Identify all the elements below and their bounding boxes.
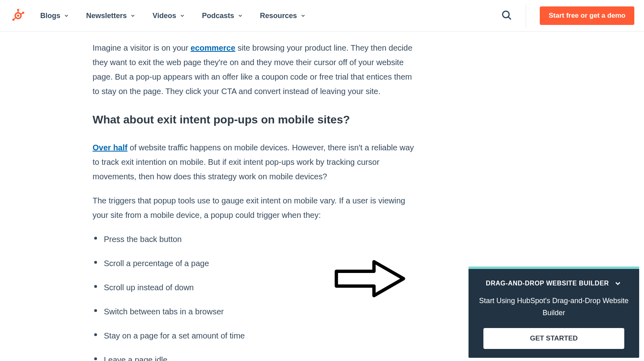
svg-point-7 — [12, 18, 14, 21]
nav-videos[interactable]: Videos — [153, 12, 185, 20]
nav-podcasts[interactable]: Podcasts — [202, 12, 243, 20]
nav-resources[interactable]: Resources — [260, 12, 306, 20]
sticky-promo-card: DRAG-AND-DROP WEBSITE BUILDER Start Usin… — [469, 267, 639, 358]
link-over-half[interactable]: Over half — [93, 143, 128, 152]
nav-label: Resources — [260, 12, 297, 20]
hubspot-logo[interactable] — [10, 7, 27, 24]
link-ecommerce[interactable]: ecommerce — [190, 43, 235, 52]
text: Imagine a visitor is on your — [93, 43, 190, 52]
triggers-list: Press the back button Scroll a percentag… — [93, 232, 419, 361]
get-started-button[interactable]: GET STARTED — [483, 328, 624, 349]
nav-label: Podcasts — [202, 12, 234, 20]
paragraph-3: The triggers that popup tools use to gau… — [93, 193, 419, 222]
list-item: Leave a page idle — [104, 353, 419, 361]
svg-point-3 — [17, 9, 19, 11]
chevron-down-icon — [237, 13, 243, 18]
cta-button[interactable]: Start free or get a demo — [540, 6, 634, 25]
chevron-down-icon — [64, 13, 69, 18]
list-item: Press the back button — [104, 232, 419, 246]
nav-label: Blogs — [40, 12, 60, 20]
list-item: Stay on a page for a set amount of time — [104, 328, 419, 343]
chevron-down-icon — [130, 13, 136, 18]
sticky-subtitle: Start Using HubSpot's Drag-and-Drop Webs… — [477, 295, 630, 319]
nav-right: Start free or get a demo — [501, 4, 634, 28]
list-item: Switch between tabs in a browser — [104, 304, 419, 319]
search-icon[interactable] — [501, 9, 512, 22]
list-item: Scroll a percentage of a page — [104, 256, 419, 271]
article-content: Imagine a visitor is on your ecommerce s… — [93, 32, 419, 361]
sticky-title: DRAG-AND-DROP WEBSITE BUILDER — [486, 280, 609, 287]
paragraph-1: Imagine a visitor is on your ecommerce s… — [93, 41, 419, 98]
nav-blogs[interactable]: Blogs — [40, 12, 69, 20]
svg-point-5 — [22, 12, 24, 14]
chevron-down-icon — [614, 279, 622, 287]
list-item: Scroll up instead of down — [104, 280, 419, 295]
text: of website traffic happens on mobile dev… — [93, 143, 414, 181]
svg-line-9 — [508, 17, 511, 19]
nav-divider — [526, 4, 526, 28]
sticky-title-row[interactable]: DRAG-AND-DROP WEBSITE BUILDER — [477, 279, 630, 287]
nav-newsletters[interactable]: Newsletters — [86, 12, 136, 20]
heading-mobile: What about exit intent pop-ups on mobile… — [93, 110, 419, 130]
top-nav: Blogs Newsletters Videos Podcasts Resour… — [0, 0, 644, 32]
chevron-down-icon — [300, 13, 306, 18]
paragraph-2: Over half of website traffic happens on … — [93, 140, 419, 184]
chevron-down-icon — [180, 13, 185, 18]
svg-point-1 — [17, 14, 19, 16]
nav-label: Newsletters — [86, 12, 127, 20]
nav-items: Blogs Newsletters Videos Podcasts Resour… — [40, 12, 306, 20]
nav-label: Videos — [153, 12, 176, 20]
